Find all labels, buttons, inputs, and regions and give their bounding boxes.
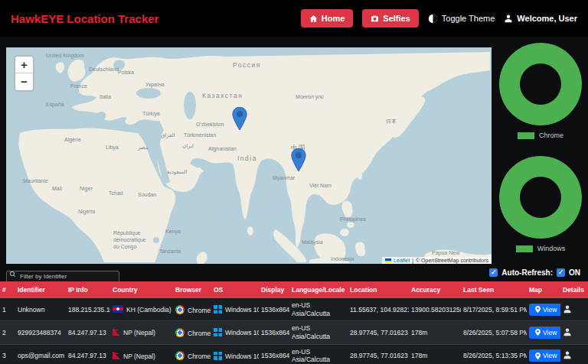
details-button[interactable]	[563, 327, 572, 336]
map-label: Algérie	[64, 136, 81, 143]
ukraine-flag-icon	[385, 258, 391, 262]
language-text: en-US	[292, 301, 345, 310]
theme-toggle[interactable]: Toggle Theme	[428, 14, 495, 24]
map-label: Mali	[52, 185, 62, 192]
map-label: Україна	[145, 81, 165, 88]
row-number-cell-text: 1	[2, 306, 6, 314]
accuracy-cell: 178m	[409, 321, 461, 344]
leaflet-link[interactable]: Leaflet	[394, 258, 410, 263]
search-icon	[9, 271, 16, 278]
main-content: United KingdomDeutschlandPolskaУкраїнаFr…	[0, 37, 588, 364]
map-label: Türkmenistan	[184, 132, 216, 138]
chrome-icon	[175, 328, 185, 337]
map-attribution: Leaflet | © OpenStreetMap contributors	[382, 257, 492, 264]
welcome-user[interactable]: Welcome, User	[504, 14, 577, 23]
location-cell-text: 28.97745, 77.01623	[350, 352, 408, 359]
auto-refresh-on-checkbox[interactable]	[557, 268, 565, 277]
last-seen-cell-text: 8/17/2025, 8:59:51 PM	[463, 306, 527, 314]
map-label: السعودية	[167, 168, 187, 175]
map-label: Mauritanie	[23, 177, 48, 184]
last-seen-cell: 8/26/2025, 5:13:35 PM	[461, 344, 527, 364]
map-label: Монгол улс	[296, 93, 324, 100]
os-text: Windows 10	[225, 353, 259, 360]
ip-cell: 84.247.97.13	[66, 344, 110, 364]
display-cell: 1536x864	[259, 344, 289, 364]
map-label: ایران	[182, 142, 194, 149]
view-button-label: View	[543, 329, 557, 336]
flag-np-icon	[113, 328, 120, 336]
location-cell-text: 28.97745, 77.01623	[350, 329, 408, 336]
view-button[interactable]: View	[529, 349, 560, 362]
selfies-label: Selfies	[383, 14, 410, 23]
language-text: en-US	[292, 348, 345, 356]
country-cell: NP (Nepal)	[110, 344, 173, 364]
country-text: KH (Cambodia)	[126, 306, 172, 314]
map-label: 日本	[386, 118, 397, 125]
auto-refresh-checkbox[interactable]	[489, 268, 498, 277]
legend-label: Chrome	[539, 132, 564, 139]
details-button[interactable]	[563, 350, 572, 359]
selfies-button[interactable]: Selfies	[362, 9, 418, 28]
identifier-cell: Unknown	[15, 298, 66, 321]
map-label: Polska	[118, 69, 134, 76]
os-text: Windows 10	[225, 306, 259, 314]
map-marker[interactable]	[291, 148, 306, 171]
browser-text: Chrome	[188, 307, 211, 314]
details-button[interactable]	[563, 304, 572, 314]
map-label: Libya	[106, 144, 119, 151]
map-label: Kenya	[165, 228, 181, 235]
map-label: O'zbekiston	[196, 121, 224, 128]
accuracy-cell-text: 178m	[411, 329, 427, 336]
theme-toggle-label: Toggle Theme	[442, 14, 495, 23]
location-cell: 11.55637, 104.92821	[348, 298, 409, 321]
location-cell: 28.97745, 77.01623	[348, 344, 409, 364]
zoom-out-button[interactable]: −	[15, 73, 33, 90]
column-header: Country	[110, 281, 173, 298]
display-cell-text: 1536x864	[261, 352, 289, 359]
row-number-cell: 3	[0, 344, 15, 364]
flag-np-icon	[113, 352, 120, 359]
os-donut-chart[interactable]	[499, 156, 582, 239]
column-header: IP Info	[66, 281, 110, 298]
map-cell: View	[527, 298, 560, 321]
ip-cell: 84.247.97.13	[66, 321, 110, 344]
details-cell	[560, 321, 588, 344]
column-header: OS	[211, 281, 259, 298]
location-cell-text: 11.55637, 104.92821	[350, 306, 409, 314]
tracker-table: #IdentifierIP InfoCountryBrowserOSDispla…	[0, 281, 588, 364]
accuracy-cell: 13900.58203125m	[409, 298, 461, 321]
table-row: 292992348837484.247.97.13NP (Nepal)Chrom…	[0, 321, 588, 344]
browser-donut-chart[interactable]	[499, 43, 582, 125]
identifier-cell: 929923488374	[15, 321, 66, 344]
theme-moon-icon	[428, 14, 438, 24]
browser-cell: Chrome	[173, 321, 211, 344]
map-label: Россия	[233, 61, 261, 70]
identifier-cell-text: 929923488374	[18, 329, 61, 336]
os-chart-legend[interactable]: Windows	[516, 245, 566, 252]
map-cell: View	[527, 344, 560, 364]
column-header: #	[0, 281, 15, 298]
column-header: Accuracy	[409, 281, 461, 298]
home-button[interactable]: Home	[301, 9, 354, 28]
map[interactable]: United KingdomDeutschlandPolskaУкраїнаFr…	[6, 47, 492, 264]
chrome-icon	[175, 351, 185, 360]
view-button[interactable]: View	[529, 327, 560, 339]
os-cell: Windows 10	[211, 298, 259, 321]
windows-icon	[214, 328, 222, 336]
zoom-in-button[interactable]: +	[15, 57, 33, 73]
map-label: Niger	[80, 185, 93, 192]
accuracy-cell-text: 13900.58203125m	[411, 306, 461, 314]
auto-refresh-on-label: ON	[569, 268, 580, 277]
map-label: Malaysia	[302, 239, 323, 245]
map-label: Philippines	[340, 216, 366, 223]
map-label: العراق	[161, 132, 175, 138]
display-cell-text: 1536x864	[261, 306, 289, 314]
map-label: Nigeria	[78, 208, 95, 215]
chrome-icon	[175, 305, 185, 314]
map-marker[interactable]	[232, 107, 247, 130]
os-text: Windows 10	[225, 329, 259, 336]
legend-swatch	[518, 132, 534, 139]
map-label: Türkiye	[142, 110, 160, 117]
browser-chart-legend[interactable]: Chrome	[518, 132, 564, 139]
view-button[interactable]: View	[529, 304, 560, 316]
